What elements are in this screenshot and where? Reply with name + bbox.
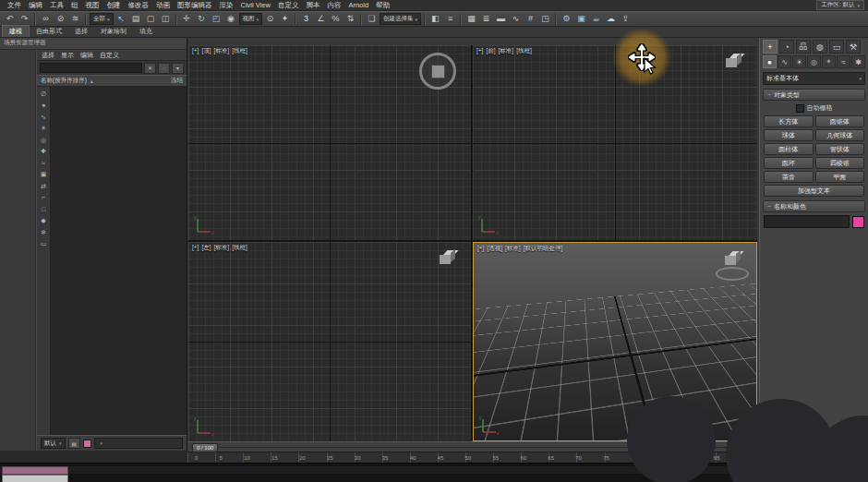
render-setup-icon[interactable]: ⚙: [560, 13, 573, 26]
snap-toggle-icon[interactable]: 3: [299, 13, 313, 26]
display-helpers-icon[interactable]: ✚: [39, 147, 49, 156]
menu-item[interactable]: 帮助: [372, 1, 393, 10]
cameras-category-icon[interactable]: ◎: [807, 55, 821, 68]
viewcube[interactable]: [725, 251, 743, 268]
ribbon-tab[interactable]: 对象绘制: [94, 26, 133, 37]
teapot-button[interactable]: 茶壶: [764, 171, 814, 183]
menu-item[interactable]: 修改器: [125, 1, 153, 10]
geometry-category-icon[interactable]: ●: [763, 55, 777, 68]
object-name-field[interactable]: [764, 215, 850, 228]
rollout-object-type[interactable]: − 对象类型: [763, 89, 865, 101]
ribbon-tab[interactable]: 建模: [2, 25, 30, 37]
pyramid-button[interactable]: 四棱锥: [815, 157, 865, 169]
display-cameras-icon[interactable]: ◎: [39, 135, 49, 144]
autogrid-checkbox[interactable]: [796, 104, 804, 113]
viewport-top[interactable]: [+][顶][标准][线框] x y: [188, 45, 471, 240]
helpers-category-icon[interactable]: ⌖: [822, 55, 836, 68]
ribbon-tab[interactable]: 填充: [133, 26, 159, 37]
display-geometry-icon[interactable]: ●: [39, 101, 49, 110]
viewport-label-segment[interactable]: [+]: [192, 244, 199, 252]
viewport-label-segment[interactable]: [透视]: [487, 245, 502, 253]
viewport-label-segment[interactable]: [前]: [486, 47, 495, 55]
menu-item[interactable]: 编辑: [25, 1, 46, 10]
explorer-menu-item[interactable]: 选择: [42, 51, 54, 60]
selection-filter-dropdown[interactable]: 全部: [90, 13, 114, 25]
viewcube[interactable]: [419, 53, 456, 90]
redo-icon[interactable]: ↷: [18, 13, 31, 26]
motion-tab-icon[interactable]: ◍: [813, 40, 827, 54]
ribbon-tab[interactable]: 自由形式: [30, 26, 68, 37]
angle-snap-icon[interactable]: ∠: [314, 13, 328, 26]
textplus-button[interactable]: 加强型文本: [764, 185, 864, 197]
cone-button[interactable]: 圆锥体: [815, 115, 865, 127]
maxscript-macro-recorder[interactable]: [2, 466, 68, 475]
select-by-name-icon[interactable]: ▤: [129, 13, 143, 26]
clear-search-icon[interactable]: ✕: [144, 63, 156, 74]
display-none-icon[interactable]: ∅: [39, 89, 49, 98]
menu-item[interactable]: 内容: [323, 1, 344, 10]
percent-snap-icon[interactable]: %: [329, 13, 343, 26]
search-icon[interactable]: ◌: [158, 63, 170, 74]
menu-item[interactable]: 创建: [103, 1, 125, 10]
unlink-icon[interactable]: ⊘: [54, 13, 67, 26]
viewport-label-segment[interactable]: [标准]: [214, 47, 230, 55]
display-frozen-icon[interactable]: ❄: [39, 227, 49, 236]
sphere-button[interactable]: 球体: [764, 129, 814, 141]
schematic-view-icon[interactable]: #: [524, 13, 537, 26]
menu-item[interactable]: 自定义: [274, 1, 303, 10]
viewcube[interactable]: [440, 250, 458, 267]
modify-tab-icon[interactable]: ◔: [779, 40, 794, 54]
primitive-category-dropdown[interactable]: 标准基本体▾: [763, 72, 865, 85]
select-and-scale-icon[interactable]: ◰: [210, 13, 223, 26]
workspace-selector[interactable]: 工作区: 默认 ▾: [816, 0, 864, 10]
lights-category-icon[interactable]: ☀: [792, 55, 806, 68]
torus-button[interactable]: 圆环: [764, 157, 814, 169]
menu-item[interactable]: 动画: [152, 1, 174, 10]
utilities-tab-icon[interactable]: ⚒: [846, 40, 861, 54]
cylinder-button[interactable]: 圆柱体: [764, 143, 814, 155]
explorer-column-header[interactable]: 名称(按升序排序) ▲ 冻结: [37, 75, 187, 87]
menu-item[interactable]: Civil View: [237, 1, 274, 9]
explorer-selection-dropdown[interactable]: [94, 438, 183, 449]
mirror-icon[interactable]: ◧: [428, 13, 442, 26]
named-selection-sets-dropdown[interactable]: 创建选择集: [380, 13, 421, 25]
explorer-menu-item[interactable]: 编辑: [80, 51, 93, 60]
list-options-icon[interactable]: ▤: [68, 438, 80, 449]
render-iterative-icon[interactable]: ⇪: [619, 13, 633, 26]
viewcube-compass-ring[interactable]: [716, 267, 749, 281]
viewport-front[interactable]: [+][前][标准][线框] x y: [473, 45, 757, 240]
hierarchy-tab-icon[interactable]: 品: [796, 40, 811, 54]
rendered-frame-icon[interactable]: ▣: [574, 13, 588, 26]
display-bones-icon[interactable]: ⌐: [39, 193, 49, 202]
material-editor-icon[interactable]: ◳: [538, 13, 552, 26]
display-tab-icon[interactable]: ▭: [829, 40, 844, 54]
align-icon[interactable]: ≡: [443, 13, 457, 26]
viewport-label-segment[interactable]: [+]: [476, 47, 483, 55]
ribbon-toggle-icon[interactable]: ▬: [494, 13, 508, 26]
color-swatch[interactable]: [83, 440, 91, 448]
shapes-category-icon[interactable]: ∿: [778, 55, 791, 68]
menu-item[interactable]: 图形编辑器: [174, 1, 216, 10]
object-color-swatch[interactable]: [852, 216, 864, 228]
plane-button[interactable]: 平面: [815, 171, 865, 183]
viewport-label-segment[interactable]: [线框]: [232, 244, 247, 252]
reference-coordinate-dropdown[interactable]: 视图: [239, 13, 263, 25]
display-containers-icon[interactable]: □: [39, 204, 49, 213]
rollout-name-and-color[interactable]: − 名称和颜色: [763, 200, 865, 212]
explorer-menu-item[interactable]: 自定义: [100, 51, 119, 60]
select-and-manipulate-icon[interactable]: ✦: [278, 13, 292, 26]
display-xrefs-icon[interactable]: ⇄: [39, 181, 49, 190]
curve-editor-icon[interactable]: ∿: [509, 13, 523, 26]
rect-selection-region-icon[interactable]: ▢: [144, 13, 158, 26]
display-groups-icon[interactable]: ▣: [39, 170, 49, 179]
window-crossing-icon[interactable]: ◫: [159, 13, 173, 26]
spinner-snap-icon[interactable]: ⇅: [344, 13, 357, 26]
select-object-icon[interactable]: ↖: [115, 13, 128, 26]
spacewarps-category-icon[interactable]: ≈: [837, 55, 850, 68]
viewport-perspective-active[interactable]: [+][透视][标准][默认明暗处理] x y: [473, 242, 757, 441]
explorer-preset-dropdown[interactable]: 默认: [41, 438, 66, 449]
select-link-icon[interactable]: ∞: [39, 13, 53, 26]
time-slider-handle[interactable]: 0 / 100: [192, 443, 218, 452]
menu-item[interactable]: 文件: [4, 1, 25, 10]
viewport-left[interactable]: [+][左][标准][线框] x y: [188, 242, 471, 441]
